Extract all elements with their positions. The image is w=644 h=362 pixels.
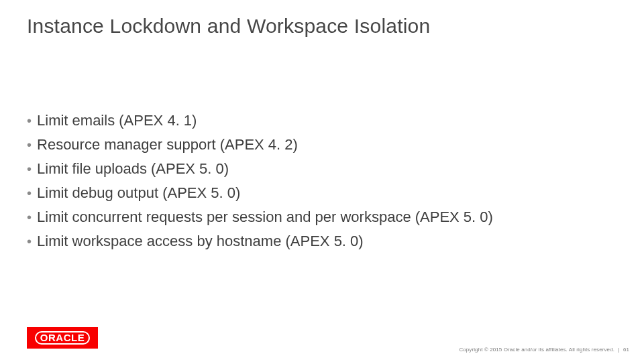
bullet-dot-icon: • — [27, 208, 32, 226]
bullet-dot-icon: • — [27, 160, 32, 178]
copyright-text: Copyright © 2015 Oracle and/or its affil… — [459, 347, 614, 353]
bullet-text: Limit concurrent requests per session an… — [37, 207, 493, 227]
slide-body: • Limit emails (APEX 4. 1) • Resource ma… — [27, 111, 617, 255]
bullet-dot-icon: • — [27, 136, 32, 154]
page-number: 61 — [623, 347, 629, 353]
bullet-text: Limit emails (APEX 4. 1) — [37, 111, 197, 130]
bullet-dot-icon: • — [27, 233, 32, 250]
bullet-dot-icon: • — [27, 184, 32, 202]
footer: Copyright © 2015 Oracle and/or its affil… — [459, 347, 629, 353]
bullet-item: • Limit debug output (APEX 5. 0) — [27, 183, 617, 202]
bullet-text: Limit debug output (APEX 5. 0) — [37, 183, 240, 202]
footer-separator-icon: | — [618, 347, 619, 353]
bullet-item: • Resource manager support (APEX 4. 2) — [27, 135, 617, 154]
bullet-item: • Limit workspace access by hostname (AP… — [27, 231, 617, 251]
oracle-logo-text: ORACLE — [35, 331, 90, 345]
bullet-text: Resource manager support (APEX 4. 2) — [37, 135, 298, 154]
bullet-item: • Limit emails (APEX 4. 1) — [27, 111, 617, 130]
slide: Instance Lockdown and Workspace Isolatio… — [0, 0, 644, 362]
slide-title: Instance Lockdown and Workspace Isolatio… — [27, 15, 617, 38]
bullet-item: • Limit concurrent requests per session … — [27, 207, 617, 227]
oracle-logo: ORACLE — [27, 327, 98, 349]
bullet-text: Limit workspace access by hostname (APEX… — [37, 231, 364, 251]
bullet-dot-icon: • — [27, 112, 32, 129]
bullet-text: Limit file uploads (APEX 5. 0) — [37, 159, 229, 178]
bullet-item: • Limit file uploads (APEX 5. 0) — [27, 159, 617, 178]
